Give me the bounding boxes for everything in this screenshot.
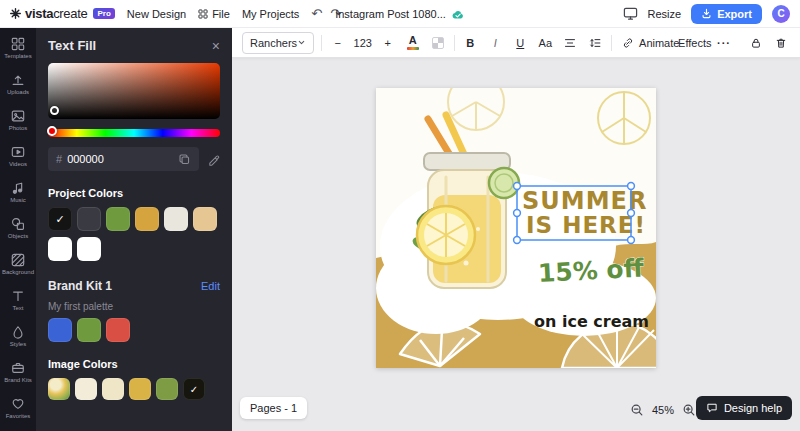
rail-item-background[interactable]: Background [0, 246, 36, 282]
font-family-select[interactable]: Ranchers [242, 32, 314, 54]
eyedropper-icon[interactable] [207, 153, 220, 166]
undo-icon[interactable]: ↶ [311, 6, 322, 21]
trash-icon [775, 36, 787, 50]
color-swatch[interactable] [129, 378, 151, 400]
resize-button[interactable]: Resize [648, 8, 682, 20]
rail-item-music[interactable]: Music [0, 174, 36, 210]
zoom-out-icon[interactable] [630, 403, 644, 417]
color-swatch[interactable] [48, 318, 72, 342]
text-color-button[interactable]: A [404, 32, 422, 54]
color-swatch[interactable] [77, 318, 101, 342]
rail-item-text[interactable]: Text [0, 282, 36, 318]
rail-item-videos[interactable]: Videos [0, 138, 36, 174]
color-swatch[interactable]: ✓ [183, 378, 205, 400]
image-thumbnail-swatch[interactable] [48, 378, 70, 400]
project-colors-row2 [48, 237, 220, 261]
styles-icon [11, 325, 25, 339]
menu-file[interactable]: File [198, 8, 230, 20]
headline-line2-text[interactable]: IS HERE! [526, 212, 646, 238]
subtext-text[interactable]: on ice cream [534, 312, 649, 331]
font-size-value[interactable]: 123 [354, 32, 372, 54]
bold-button[interactable]: B [461, 32, 479, 54]
hue-cursor[interactable] [47, 126, 57, 136]
objects-icon [11, 217, 25, 231]
font-size-decrease-button[interactable]: − [329, 32, 347, 54]
download-icon [701, 8, 712, 19]
color-swatch[interactable] [156, 378, 178, 400]
selection-handle[interactable] [514, 237, 521, 244]
logo-text-light: create [53, 6, 87, 21]
color-swatch[interactable] [75, 378, 97, 400]
copy-icon[interactable] [178, 153, 191, 166]
hex-color-input[interactable]: # 000000 [48, 147, 199, 171]
delete-button[interactable] [772, 32, 790, 54]
line-spacing-button[interactable] [586, 32, 604, 54]
brand-kit-edit-link[interactable]: Edit [201, 280, 220, 292]
discount-text[interactable]: 15% off [537, 253, 645, 288]
align-button[interactable] [561, 32, 579, 54]
canvas-area[interactable]: SUMMER IS HERE! [232, 58, 800, 431]
color-swatch[interactable] [102, 378, 124, 400]
rail-label: Favorites [6, 413, 31, 419]
sv-cursor[interactable] [50, 106, 59, 115]
export-button[interactable]: Export [691, 4, 762, 24]
color-swatch[interactable] [48, 237, 72, 261]
menu-my-projects[interactable]: My Projects [242, 8, 299, 20]
color-swatch[interactable] [135, 207, 159, 231]
animate-button[interactable]: Animate [644, 32, 675, 54]
rail-item-brand-kits[interactable]: Brand Kits [0, 354, 36, 390]
design-artboard[interactable]: SUMMER IS HERE! [376, 88, 656, 368]
topbar: vistacreate Pro New Design File My Proje… [0, 0, 800, 28]
pages-button[interactable]: Pages - 1 [240, 397, 307, 419]
vistacreate-logo[interactable]: vistacreate Pro [10, 6, 115, 21]
color-swatch[interactable] [106, 318, 130, 342]
design-help-button[interactable]: Design help [696, 396, 792, 420]
rail-item-templates[interactable]: Templates [0, 30, 36, 66]
color-swatch[interactable] [106, 207, 130, 231]
main-area: Ranchers − 123 + A B I U Aa [232, 28, 800, 431]
text-case-button[interactable]: Aa [536, 32, 554, 54]
color-swatch[interactable] [77, 237, 101, 261]
design-artwork: SUMMER IS HERE! [376, 88, 656, 368]
font-name: Ranchers [250, 37, 297, 49]
underline-button[interactable]: U [511, 32, 529, 54]
selection-handle[interactable] [514, 210, 521, 217]
user-avatar[interactable]: C [772, 5, 790, 23]
color-swatch[interactable]: ✓ [48, 207, 72, 231]
workspace: Templates Uploads Photos Videos Music Ob… [0, 28, 800, 431]
selection-handle[interactable] [514, 183, 521, 190]
document-title[interactable]: Instagram Post 1080... [335, 8, 446, 20]
close-icon[interactable]: × [212, 39, 220, 53]
color-swatch[interactable] [77, 207, 101, 231]
transparency-button[interactable] [429, 32, 447, 54]
zoom-in-icon[interactable] [682, 403, 696, 417]
saturation-value-picker[interactable] [48, 63, 220, 119]
selection-handle[interactable] [628, 237, 635, 244]
more-options-button[interactable]: ··· [715, 32, 733, 54]
selection-handle[interactable] [628, 210, 635, 217]
menu-new-design[interactable]: New Design [127, 8, 186, 20]
align-center-icon [564, 36, 576, 50]
present-monitor-icon[interactable] [623, 6, 638, 21]
panel-title: Text Fill [48, 38, 96, 53]
design-help-label: Design help [724, 402, 782, 414]
rail-item-objects[interactable]: Objects [0, 210, 36, 246]
export-label: Export [717, 8, 752, 20]
effects-button[interactable]: Effects [682, 32, 708, 54]
hue-slider[interactable] [48, 129, 220, 137]
color-swatch[interactable] [193, 207, 217, 231]
font-size-increase-button[interactable]: + [379, 32, 397, 54]
rail-item-styles[interactable]: Styles [0, 318, 36, 354]
color-swatch[interactable] [164, 207, 188, 231]
rail-item-uploads[interactable]: Uploads [0, 66, 36, 102]
background-icon [11, 253, 25, 267]
hex-value[interactable]: 000000 [67, 153, 173, 165]
lock-button[interactable] [747, 32, 765, 54]
zoom-level[interactable]: 45% [652, 404, 674, 416]
selection-handle[interactable] [628, 183, 635, 190]
link-button[interactable] [619, 32, 637, 54]
rail-item-photos[interactable]: Photos [0, 102, 36, 138]
rail-item-favorites[interactable]: Favorites [0, 390, 36, 426]
italic-button[interactable]: I [486, 32, 504, 54]
videos-icon [11, 145, 25, 159]
